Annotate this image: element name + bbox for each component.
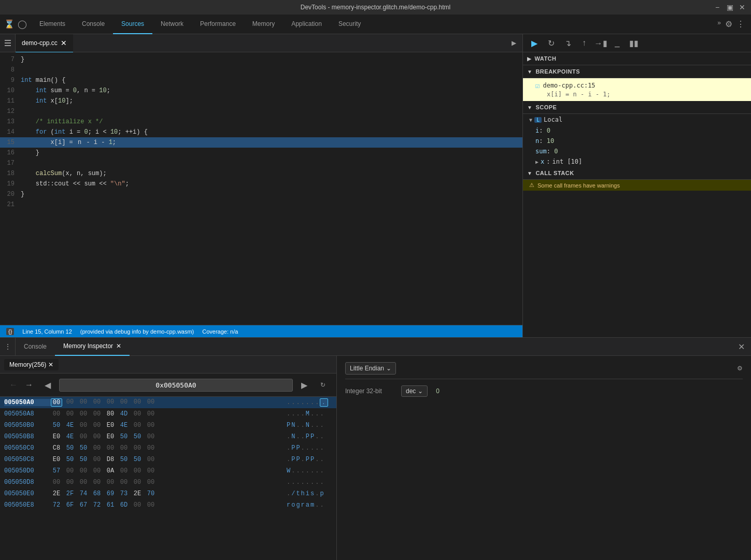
hex-ascii-6: W....... — [280, 467, 332, 475]
device-icon[interactable]: ◯ — [18, 19, 27, 29]
memory-256-tab[interactable]: Memory(256) ✕ — [4, 359, 59, 370]
memory-nav: ← → ◀ ▶ ↻ — [0, 374, 336, 397]
play-pause-button[interactable]: ▶ — [505, 39, 522, 47]
step-over-button[interactable]: ↴ — [560, 36, 575, 50]
file-tab-name: demo-cpp.cc — [22, 39, 58, 47]
right-scroll[interactable]: ▶ Watch ▼ Breakpoints ☑ demo-cpp.cc:15 x… — [523, 52, 751, 337]
more-tabs-icon[interactable]: » — [717, 19, 721, 29]
code-line-21[interactable]: 21 — [0, 199, 522, 210]
scope-x[interactable]: ▶ x: int [10] — [523, 156, 751, 167]
memory-left-panel: Memory(256) ✕ ← → ◀ ▶ ↻ 005050A0 — [0, 356, 337, 560]
hex-bytes-2: 50 4E 00 00 E0 4E 00 00 — [51, 422, 280, 429]
local-scope-item[interactable]: ▼ L Local — [523, 114, 751, 125]
line-content: int x[10]; — [21, 96, 518, 106]
back-forward-buttons: ← → — [6, 378, 36, 392]
hex-row-0: 005050A0 00 00 00 00 00 00 00 00 .......… — [0, 397, 336, 408]
source-editor: demo-cpp.cc ✕ ▶ 7}89int main() {10 int s… — [0, 34, 523, 337]
code-line-19[interactable]: 19 std::cout << sum << "\n"; — [0, 179, 522, 189]
code-line-17[interactable]: 17 — [0, 158, 522, 168]
hex-byte-07[interactable]: 00 — [145, 398, 157, 407]
hex-row-2: 005050B0 50 4E 00 00 E0 4E 00 00 PN..N..… — [0, 420, 336, 431]
prev-page-button[interactable]: ◀ — [40, 378, 55, 392]
hex-byte-03[interactable]: 00 — [91, 398, 103, 407]
pause-on-exceptions-button[interactable]: ▮▮ — [627, 36, 641, 50]
memory-inspector-tab-close[interactable]: ✕ — [116, 342, 121, 350]
line-number: 14 — [0, 127, 21, 137]
code-line-8[interactable]: 8 — [0, 65, 522, 75]
tab-sources[interactable]: Sources — [113, 15, 152, 34]
tab-network[interactable]: Network — [152, 15, 192, 34]
memory-settings-button[interactable]: ⚙ — [737, 365, 743, 372]
settings-icon[interactable]: ⚙ — [725, 19, 732, 29]
endian-select[interactable]: Little Endian ⌄ — [345, 362, 396, 375]
scope-i: i: 0 — [523, 125, 751, 136]
refresh-button[interactable]: ↻ — [316, 378, 330, 392]
next-page-button[interactable]: ▶ — [297, 378, 311, 392]
resume-button[interactable]: ▶ — [527, 36, 542, 50]
code-line-20[interactable]: 20} — [0, 189, 522, 199]
code-line-7[interactable]: 7} — [0, 54, 522, 65]
tab-security[interactable]: Security — [330, 15, 369, 34]
file-tab-close[interactable]: ✕ — [61, 39, 67, 47]
memory-tab-row: Memory(256) ✕ — [0, 356, 336, 374]
tab-console-bottom[interactable]: Console — [16, 338, 55, 356]
tab-performance[interactable]: Performance — [192, 15, 244, 34]
more-options-icon[interactable]: ⋮ — [736, 19, 745, 29]
tab-console[interactable]: Console — [74, 15, 113, 34]
tab-elements[interactable]: Elements — [31, 15, 74, 34]
line-number: 9 — [0, 75, 21, 85]
code-line-15[interactable]: 15 x[i] = n - i - 1; — [0, 137, 522, 148]
hex-byte-00[interactable]: 00 — [51, 398, 62, 407]
line-number: 13 — [0, 117, 21, 127]
hex-byte-04[interactable]: 00 — [105, 398, 116, 407]
forward-button[interactable]: → — [22, 378, 36, 392]
nav-tabs: ⌛ ◯ Elements Console Sources Network Per… — [0, 15, 751, 34]
hex-view[interactable]: 005050A0 00 00 00 00 00 00 00 00 .......… — [0, 397, 336, 560]
endian-row: Little Endian ⌄ ⚙ — [345, 362, 743, 379]
cursor-icon[interactable]: ⌛ — [4, 19, 15, 29]
window-controls[interactable]: − ▣ ✕ — [713, 3, 747, 11]
hex-byte-06[interactable]: 00 — [132, 398, 143, 407]
code-line-11[interactable]: 11 int x[10]; — [0, 96, 522, 106]
code-line-10[interactable]: 10 int sum = 0, n = 10; — [0, 85, 522, 96]
tab-application[interactable]: Application — [283, 15, 330, 34]
hex-row-1: 005050A8 00 00 00 00 80 4D 00 00 ....M..… — [0, 408, 336, 420]
step-out-button[interactable]: →▮ — [593, 36, 608, 50]
deactivate-breakpoints-button[interactable]: ⎯ — [610, 36, 625, 50]
maximize-button[interactable]: ▣ — [725, 3, 734, 11]
code-line-14[interactable]: 14 for (int i = 0; i < 10; ++i) { — [0, 127, 522, 137]
memory-subtab-close[interactable]: ✕ — [48, 361, 53, 368]
minimize-button[interactable]: − — [713, 3, 722, 11]
call-stack-section-header[interactable]: ▼ Call Stack — [523, 167, 751, 180]
panel-toggle-button[interactable] — [0, 34, 16, 52]
hex-ascii-9: rogram.. — [280, 501, 332, 509]
hex-byte-05[interactable]: 00 — [118, 398, 130, 407]
nav-more[interactable]: » ⚙ ⋮ — [711, 19, 751, 29]
bottom-tab-bar: ⋮ Console Memory Inspector ✕ ✕ — [0, 338, 751, 356]
close-button[interactable]: ✕ — [738, 3, 747, 11]
pause-button[interactable]: ↻ — [544, 36, 558, 50]
code-line-16[interactable]: 16 } — [0, 148, 522, 158]
hex-byte-02[interactable]: 00 — [78, 398, 89, 407]
bottom-panel-close[interactable]: ✕ — [732, 342, 751, 352]
code-line-12[interactable]: 12 — [0, 106, 522, 117]
code-view[interactable]: 7}89int main() {10 int sum = 0, n = 10;1… — [0, 52, 522, 325]
file-tab-demo-cpp[interactable]: demo-cpp.cc ✕ — [16, 34, 73, 52]
format-chevron: ⌄ — [418, 387, 423, 395]
code-line-18[interactable]: 18 calcSum(x, n, sum); — [0, 168, 522, 179]
interp-format-select[interactable]: dec ⌄ — [401, 385, 428, 397]
line-number: 8 — [0, 65, 21, 75]
code-line-13[interactable]: 13 /* initialize x */ — [0, 117, 522, 127]
bottom-panel-toggle[interactable]: ⋮ — [0, 338, 16, 356]
scope-section-header[interactable]: ▼ Scope — [523, 101, 751, 114]
address-input[interactable] — [59, 379, 293, 392]
back-button[interactable]: ← — [6, 378, 21, 392]
tab-memory[interactable]: Memory — [244, 15, 283, 34]
hex-byte-01[interactable]: 00 — [64, 398, 76, 407]
breakpoint-item[interactable]: ☑ demo-cpp.cc:15 x[i] = n - i - 1; — [523, 78, 751, 101]
code-line-9[interactable]: 9int main() { — [0, 75, 522, 85]
step-into-button[interactable]: ↑ — [577, 36, 591, 50]
breakpoints-section-header[interactable]: ▼ Breakpoints — [523, 65, 751, 78]
tab-memory-inspector[interactable]: Memory Inspector ✕ — [55, 338, 130, 356]
watch-section-header[interactable]: ▶ Watch — [523, 52, 751, 65]
